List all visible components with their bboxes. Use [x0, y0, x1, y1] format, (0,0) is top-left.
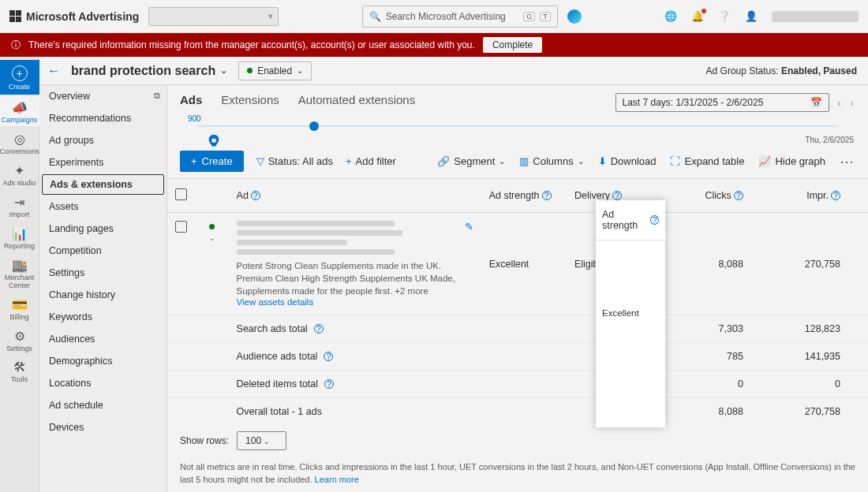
alert-text: There's required information missing fro… [28, 39, 475, 50]
ms-logo-icon [9, 10, 21, 22]
chevron-down-icon: ⌄ [499, 157, 505, 166]
sidenav-competition[interactable]: Competition [39, 240, 166, 262]
col-delivery[interactable]: Delivery [574, 190, 610, 201]
sidenav-keywords[interactable]: Keywords [39, 306, 166, 328]
rows-select[interactable]: 100 ⌄ [237, 431, 286, 450]
main-content: Ads Extensions Automated extensions Last… [167, 85, 868, 492]
help-icon[interactable]: ? [251, 191, 260, 200]
date-next[interactable]: › [849, 97, 855, 109]
popout-icon[interactable]: ⧉ [154, 91, 160, 101]
timeline-handle[interactable] [309, 121, 319, 131]
chevron-down-icon: ⌄ [297, 66, 303, 75]
plus-icon: + [191, 155, 197, 167]
globe-icon[interactable]: 🌐 [664, 10, 677, 22]
sidenav-ad-schedule[interactable]: Ad schedule [39, 394, 166, 416]
notifications-icon[interactable]: 🔔 [691, 10, 704, 22]
tab-automated-extensions[interactable]: Automated extensions [298, 93, 415, 108]
learn-more-link[interactable]: Learn more [315, 475, 359, 484]
search-input[interactable]: 🔍 Search Microsoft Advertising G T [362, 6, 558, 28]
create-button[interactable]: +Create [180, 151, 244, 172]
timeline-mark: 900 [188, 114, 201, 123]
view-assets-link[interactable]: View assets details [237, 297, 457, 307]
status-dot-icon [247, 68, 253, 73]
account-dropdown[interactable]: ▾ [148, 7, 279, 26]
sidenav-devices[interactable]: Devices [39, 416, 166, 438]
help-icon[interactable]: ? [734, 191, 743, 200]
col-clicks[interactable]: Clicks [705, 190, 731, 201]
more-menu[interactable]: ⋯ [840, 153, 855, 170]
timeline-date: Thu, 2/6/2025 [805, 136, 854, 144]
plus-icon: + [346, 155, 352, 167]
sidenav-landing-pages[interactable]: Landing pages [39, 218, 166, 240]
card-icon: 💳 [0, 297, 39, 312]
expand-table[interactable]: ⛶Expand table [670, 155, 744, 167]
rail-conversions[interactable]: ◎Conversions [0, 128, 39, 158]
back-button[interactable]: ← [47, 64, 60, 78]
rail-campaigns[interactable]: 📣Campaigns [0, 96, 39, 126]
rail-settings[interactable]: ⚙Settings [0, 325, 39, 355]
col-ad[interactable]: Ad [237, 190, 249, 201]
sidenav-demographics[interactable]: Demographics [39, 350, 166, 372]
sidenav-audiences[interactable]: Audiences [39, 328, 166, 350]
sidenav-locations[interactable]: Locations [39, 372, 166, 394]
table-row[interactable]: ⌄ Potent Strong Clean Supplements made i… [167, 213, 868, 315]
help-icon[interactable]: ? [831, 191, 840, 200]
complete-button[interactable]: Complete [483, 37, 542, 53]
rail-reporting[interactable]: 📊Reporting [0, 222, 39, 252]
total-overall: Overall total - 1 ads 8,088 270,758 2.99… [167, 398, 868, 423]
help-icon[interactable]: ? [612, 191, 622, 200]
tab-extensions[interactable]: Extensions [221, 93, 279, 108]
group-status-value: Enabled, Paused [781, 65, 857, 76]
help-icon[interactable]: ? [542, 191, 552, 200]
sidenav-overview[interactable]: Overview⧉ [39, 85, 166, 107]
page-title[interactable]: brand protection search ⌄ [71, 64, 227, 78]
table-wrap[interactable]: Ad? Ad strength? Delivery? Clicks? Impr.… [167, 178, 868, 423]
chevron-down-icon[interactable]: ⌄ [209, 234, 215, 242]
select-all-checkbox[interactable] [175, 188, 187, 200]
copilot-icon[interactable] [567, 9, 582, 24]
col-impr[interactable]: Impr. [806, 190, 829, 201]
help-icon[interactable]: ? [314, 324, 324, 334]
hide-graph[interactable]: 📈Hide graph [758, 155, 825, 167]
graph-icon: 📈 [758, 155, 771, 167]
footer: Show rows: 100 ⌄ Not all metrics are in … [167, 423, 868, 492]
segment-dropdown[interactable]: 🔗Segment ⌄ [437, 155, 505, 167]
rail-create[interactable]: + Create [0, 60, 39, 95]
help-icon[interactable]: ❔ [718, 10, 731, 22]
columns-dropdown[interactable]: ▥Columns ⌄ [519, 155, 583, 167]
download-icon: ⬇ [598, 155, 607, 167]
show-rows-label: Show rows: [180, 435, 229, 446]
sidenav-change-history[interactable]: Change history [39, 284, 166, 306]
help-icon[interactable]: ? [324, 352, 333, 361]
rail-import[interactable]: ⇥Import [0, 191, 39, 221]
total-search-ads: Search ads total? 7,303 128,823 5.67% [167, 315, 868, 343]
sidenav-experiments[interactable]: Experiments [39, 151, 166, 173]
kbd-t: T [540, 12, 551, 21]
tab-ads[interactable]: Ads [180, 93, 202, 108]
rail-billing[interactable]: 💳Billing [0, 293, 39, 323]
rail-tools[interactable]: 🛠Tools [0, 356, 39, 386]
timeline-track[interactable] [197, 125, 836, 127]
edit-icon[interactable]: ✎ [465, 221, 473, 233]
ads-table: Ad? Ad strength? Delivery? Clicks? Impr.… [167, 178, 868, 423]
sidenav-settings[interactable]: Settings [39, 262, 166, 284]
download-button[interactable]: ⬇Download [598, 155, 657, 167]
status-pill[interactable]: Enabled ⌄ [238, 62, 312, 80]
sidenav-ads-extensions[interactable]: Ads & extensions [42, 174, 164, 195]
status-filter[interactable]: ▽Status: All ads [256, 155, 333, 167]
sidenav-ad-groups[interactable]: Ad groups [39, 129, 166, 151]
rail-merchant[interactable]: 🏬Merchant Center [0, 254, 39, 292]
help-icon[interactable]: ? [324, 379, 334, 389]
date-range-picker[interactable]: Last 7 days: 1/31/2025 - 2/6/2025 📅 [615, 93, 830, 112]
lightbulb-drop-icon[interactable] [205, 133, 223, 151]
total-audience-ads: Audience ads total? 785 141,935 0.55% [167, 343, 868, 371]
user-icon[interactable]: 👤 [745, 10, 758, 22]
rail-ads-studio[interactable]: ✦Ads studio [0, 159, 39, 189]
sidenav-recommendations[interactable]: Recommendations [39, 107, 166, 129]
date-prev[interactable]: ‹ [836, 97, 842, 109]
row-checkbox[interactable] [175, 221, 187, 233]
kbd-g: G [523, 12, 535, 21]
add-filter[interactable]: +Add filter [346, 155, 396, 167]
col-ad-strength[interactable]: Ad strength [489, 190, 540, 201]
sidenav-assets[interactable]: Assets [39, 196, 166, 218]
